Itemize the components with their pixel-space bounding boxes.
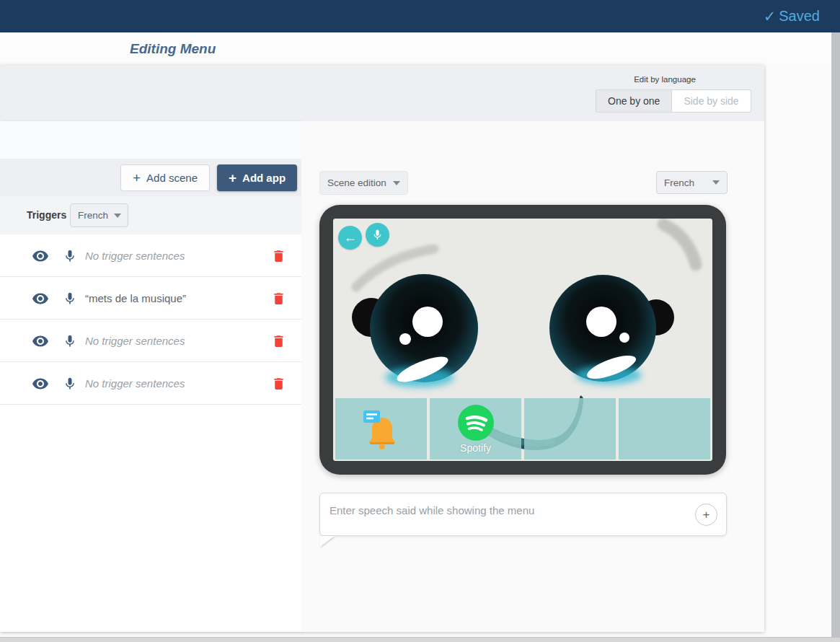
chevron-down-icon [114,214,121,218]
editor-card: Edit by language One by one Side by side… [0,65,764,632]
check-icon: ✓ [764,8,777,25]
subheader: Editing Menu [0,32,840,65]
trigger-sentence-text: No trigger sentences [85,320,185,362]
scene-edition-value: Scene edition [327,177,386,188]
visibility-icon[interactable] [32,290,49,307]
visibility-icon[interactable] [32,333,49,350]
trigger-sentence-text: No trigger sentences [85,362,185,405]
scrollbar-thumb[interactable] [831,32,840,637]
add-scene-button[interactable]: + Add scene [120,164,210,191]
back-arrow-icon: ← [344,230,357,245]
delete-icon[interactable] [271,376,286,392]
triggers-label: Triggers [27,196,66,234]
spotify-icon [457,404,495,441]
plus-icon: + [703,508,710,522]
visibility-icon[interactable] [32,247,49,265]
triggers-header: Triggers French [0,196,301,234]
plus-icon: + [133,171,141,185]
trigger-row[interactable]: No trigger sentences [0,234,301,277]
speech-bubble-tail [320,536,335,547]
save-status: ✓ Saved [764,0,820,32]
notification-bell-icon [362,409,401,449]
top-navigation-bar: ✓ Saved [0,0,840,32]
vertical-scrollbar[interactable] [831,32,840,637]
menu-tiles: Spotify [335,398,710,459]
page-title: Editing Menu [130,32,216,65]
add-app-button[interactable]: + Add app [217,164,297,191]
delete-icon[interactable] [271,333,286,349]
trigger-row[interactable]: No trigger sentences [0,362,301,405]
editing-menu-page: ✓ Saved Editing Menu Edit by language On… [0,0,840,642]
tile-spotify[interactable]: Spotify [430,398,521,459]
scene-editor: Scene edition French [301,121,764,632]
trigger-rows: No trigger sentences “mets de la musique… [0,234,301,405]
language-mode-band: Edit by language One by one Side by side [0,65,764,121]
microphone-icon [371,228,384,242]
add-buttons-band: + Add scene + Add app [0,159,301,196]
add-app-label: Add app [242,172,286,184]
scene-language-dropdown[interactable]: French [656,171,728,194]
microphone-icon[interactable] [63,333,77,349]
triggers-panel: + Add scene + Add app Triggers French [0,121,301,632]
scene-edition-dropdown[interactable]: Scene edition [319,171,408,195]
chevron-down-icon [393,181,400,185]
trigger-row[interactable]: “mets de la musique” [0,277,301,320]
visibility-icon[interactable] [32,375,49,392]
add-speech-button[interactable]: + [695,504,717,526]
speech-input[interactable] [330,499,676,521]
tile-notifications[interactable] [335,398,427,459]
screen-mic-button[interactable] [366,223,389,247]
horizontal-scrollbar-track[interactable] [0,637,840,642]
microphone-icon[interactable] [63,248,77,264]
tile-label: Spotify [460,442,491,454]
trigger-sentence-text: No trigger sentences [85,234,185,277]
toggle-side-by-side[interactable]: Side by side [672,89,751,113]
save-status-label: Saved [779,8,820,25]
triggers-language-dropdown[interactable]: French [70,203,128,227]
toggle-one-by-one[interactable]: One by one [596,89,672,113]
robot-screen: ← [333,219,712,461]
back-button[interactable]: ← [338,226,362,250]
tile-empty[interactable] [619,398,710,459]
triggers-language-value: French [78,210,108,221]
tile-empty[interactable] [524,398,616,459]
scene-language-value: French [664,177,694,188]
speech-bubble: + [319,493,727,536]
edit-mode-toggle: One by one Side by side [596,89,751,113]
panel-spacer [0,121,301,159]
delete-icon[interactable] [271,291,286,307]
add-scene-label: Add scene [146,172,198,184]
microphone-icon[interactable] [63,376,77,392]
microphone-icon[interactable] [63,291,77,307]
delete-icon[interactable] [271,248,286,264]
plus-icon: + [229,171,236,185]
chevron-down-icon [712,180,720,185]
trigger-sentence-text: “mets de la musique” [85,277,186,320]
edit-by-language-label: Edit by language [596,75,734,84]
trigger-row[interactable]: No trigger sentences [0,320,301,362]
tablet-preview: ← [319,205,726,475]
